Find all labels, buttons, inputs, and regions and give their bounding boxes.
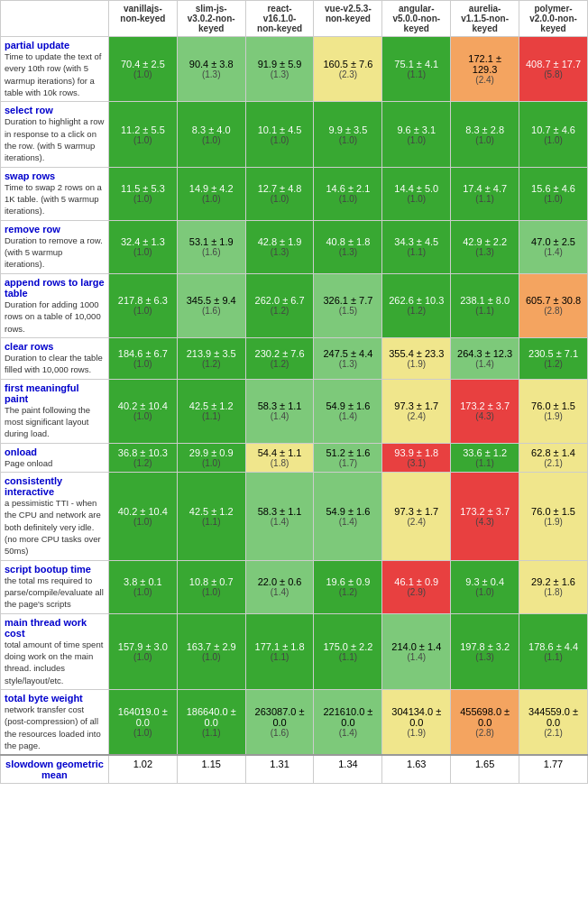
data-cell: 344559.0 ± 0.0(2.1) [519, 690, 588, 756]
data-cell: 90.4 ± 3.8(1.3) [177, 37, 245, 102]
cell-value: 40.8 ± 1.8 [317, 236, 378, 247]
data-cell: 58.3 ± 1.1(1.4) [245, 472, 314, 560]
table-row: select rowDuration to highlight a row in… [1, 102, 588, 167]
cell-ratio: (1.4) [250, 517, 310, 527]
cell-value: 12.7 ± 4.8 [250, 183, 310, 194]
cell-value: 10.7 ± 4.6 [523, 124, 583, 135]
row-desc: total amount of time spent doing work on… [5, 639, 103, 685]
cell-value: 178.6 ± 4.4 [523, 641, 583, 652]
cell-value: 54.9 ± 1.6 [317, 506, 378, 517]
data-cell: 263087.0 ± 0.0(1.6) [245, 690, 314, 756]
cell-value: 40.2 ± 10.4 [113, 400, 173, 411]
cell-ratio: (1.0) [113, 728, 173, 738]
data-cell: 42.5 ± 1.2(1.1) [177, 472, 245, 560]
row-name-cell: select rowDuration to highlight a row in… [1, 102, 109, 167]
cell-value: 605.7 ± 30.8 [523, 295, 583, 306]
row-desc: a pessimistic TTI - when the CPU and net… [5, 498, 101, 556]
cell-ratio: (5.8) [523, 69, 583, 79]
cell-value: 262.6 ± 10.3 [386, 295, 446, 306]
data-cell: 8.3 ± 2.8(1.0) [451, 102, 519, 167]
data-cell: 62.8 ± 1.4(2.1) [519, 443, 588, 472]
row-desc: the total ms required to parse/compile/e… [5, 575, 104, 610]
row-label: total byte weight [5, 693, 105, 704]
data-cell: 326.1 ± 7.7(1.5) [314, 273, 382, 337]
data-cell: 12.7 ± 4.8(1.0) [245, 167, 314, 220]
cell-value: 76.0 ± 1.5 [523, 506, 583, 517]
slowdown-cell: 1.77 [519, 755, 588, 784]
cell-value: 90.4 ± 3.8 [181, 59, 242, 69]
data-cell: 42.5 ± 1.2(1.1) [177, 379, 245, 443]
table-row: onloadPage onload36.8 ± 10.3(1.2)29.9 ± … [1, 443, 588, 472]
table-row: consistently interactivea pessimistic TT… [1, 472, 588, 560]
cell-value: 29.9 ± 0.9 [181, 447, 242, 458]
data-cell: 14.6 ± 2.1(1.0) [314, 167, 382, 220]
cell-ratio: (1.3) [317, 247, 378, 257]
data-cell: 455698.0 ± 0.0(2.8) [451, 690, 519, 756]
data-cell: 177.1 ± 1.8(1.1) [245, 613, 314, 689]
cell-value: 184.6 ± 6.7 [113, 348, 173, 359]
row-desc: Time to update the text of every 10th ro… [5, 51, 101, 97]
data-cell: 262.6 ± 10.3(1.2) [382, 273, 451, 337]
data-cell: 10.1 ± 4.5(1.0) [245, 102, 314, 167]
data-cell: 54.9 ± 1.6(1.4) [314, 379, 382, 443]
data-cell: 8.3 ± 4.0(1.0) [177, 102, 245, 167]
data-cell: 247.5 ± 4.4(1.3) [314, 337, 382, 379]
cell-ratio: (1.0) [113, 306, 173, 316]
row-name-cell: swap rowsTime to swap 2 rows on a 1K tab… [1, 167, 109, 220]
col-header-0: vanillajs- non-keyed [108, 1, 177, 37]
data-cell: 36.8 ± 10.3(1.2) [108, 443, 177, 472]
data-cell: 51.2 ± 1.6(1.7) [314, 443, 382, 472]
data-cell: 408.7 ± 17.7(5.8) [519, 37, 588, 102]
data-cell: 34.3 ± 4.5(1.1) [382, 220, 451, 273]
row-name-cell: script bootup timethe total ms required … [1, 560, 109, 613]
data-cell: 230.2 ± 7.6(1.2) [245, 337, 314, 379]
cell-ratio: (1.3) [317, 359, 378, 369]
data-cell: 178.6 ± 4.4(1.1) [519, 613, 588, 689]
cell-ratio: (1.0) [113, 517, 173, 527]
cell-ratio: (1.1) [386, 69, 446, 79]
cell-value: 14.9 ± 4.2 [181, 183, 242, 194]
col-header-6: polymer- v2.0.0-non- keyed [519, 1, 588, 37]
cell-value: 213.9 ± 3.5 [181, 348, 242, 359]
row-label: first meaningful paint [5, 382, 105, 404]
table-row: remove rowDuration to remove a row. (wit… [1, 220, 588, 273]
cell-value: 11.2 ± 5.5 [113, 124, 173, 135]
cell-value: 17.4 ± 4.7 [455, 183, 515, 194]
cell-ratio: (1.0) [181, 652, 242, 662]
cell-ratio: (1.8) [250, 458, 310, 468]
cell-ratio: (2.8) [455, 728, 515, 738]
data-cell: 76.0 ± 1.5(1.9) [519, 379, 588, 443]
cell-value: 14.4 ± 5.0 [386, 183, 446, 194]
cell-ratio: (1.0) [250, 135, 310, 145]
cell-value: 8.3 ± 4.0 [181, 124, 242, 135]
data-cell: 197.8 ± 3.2(1.3) [451, 613, 519, 689]
data-cell: 186640.0 ± 0.0(1.1) [177, 690, 245, 756]
data-cell: 40.2 ± 10.4(1.0) [108, 379, 177, 443]
cell-value: 19.6 ± 0.9 [317, 576, 378, 587]
cell-ratio: (1.5) [317, 306, 378, 316]
cell-ratio: (1.1) [181, 411, 242, 421]
cell-value: 15.6 ± 4.6 [523, 183, 583, 194]
slowdown-cell: 1.15 [177, 755, 245, 784]
cell-ratio: (1.7) [317, 458, 378, 468]
cell-value: 93.9 ± 1.8 [386, 447, 446, 458]
cell-ratio: (2.1) [523, 458, 583, 468]
cell-ratio: (2.9) [386, 587, 446, 597]
cell-value: 197.8 ± 3.2 [455, 641, 515, 652]
cell-value: 173.2 ± 3.7 [455, 506, 515, 517]
row-desc: Duration to highlight a row in response … [5, 116, 104, 162]
data-cell: 54.9 ± 1.6(1.4) [314, 472, 382, 560]
cell-value: 62.8 ± 1.4 [523, 447, 583, 458]
cell-ratio: (1.0) [386, 194, 446, 204]
data-cell: 17.4 ± 4.7(1.1) [451, 167, 519, 220]
cell-value: 326.1 ± 7.7 [317, 295, 378, 306]
cell-value: 186640.0 ± 0.0 [181, 706, 242, 728]
cell-ratio: (1.4) [317, 411, 378, 421]
name-header [1, 1, 109, 37]
table-row: append rows to large tableDuration for a… [1, 273, 588, 337]
cell-ratio: (1.0) [113, 135, 173, 145]
cell-value: 217.8 ± 6.3 [113, 295, 173, 306]
cell-ratio: (1.0) [113, 652, 173, 662]
data-cell: 9.3 ± 0.4(1.0) [451, 560, 519, 613]
row-name-cell: remove rowDuration to remove a row. (wit… [1, 220, 109, 273]
